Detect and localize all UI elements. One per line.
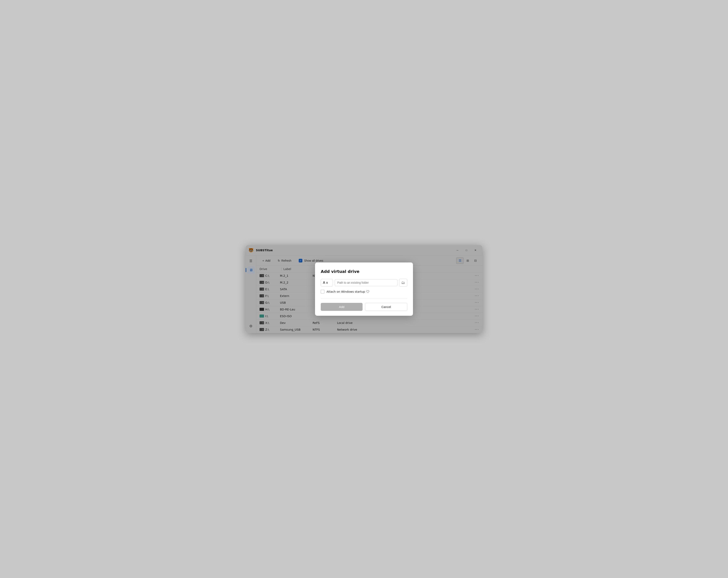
app-window: 🐯 SUBSTitue ─ □ ✕ ☰ 🖥 ⚙ [246,245,482,333]
attach-on-startup-label: Attach on Windows startup 🛡 [327,290,369,294]
attach-on-startup-row: Attach on Windows startup 🛡 [321,290,407,294]
path-input[interactable] [335,279,397,286]
drive-letter-value: A [323,281,325,284]
drive-letter-select[interactable]: A ∨ [321,279,333,286]
modal-title: Add virtual drive [321,269,407,274]
add-virtual-drive-modal: Add virtual drive A ∨ 🗂 Attach on Window… [315,262,413,316]
modal-drive-row: A ∨ 🗂 [321,279,407,286]
modal-cancel-button[interactable]: Cancel [365,303,407,311]
folder-icon: 🗂 [401,280,405,285]
modal-actions: Add Cancel [321,303,407,311]
modal-add-button[interactable]: Add [321,303,363,311]
modal-overlay: Add virtual drive A ∨ 🗂 Attach on Window… [246,245,482,333]
browse-folder-button[interactable]: 🗂 [399,279,407,286]
shield-icon: 🛡 [366,290,369,294]
attach-on-startup-checkbox[interactable] [321,290,324,294]
chevron-down-icon: ∨ [326,281,328,284]
